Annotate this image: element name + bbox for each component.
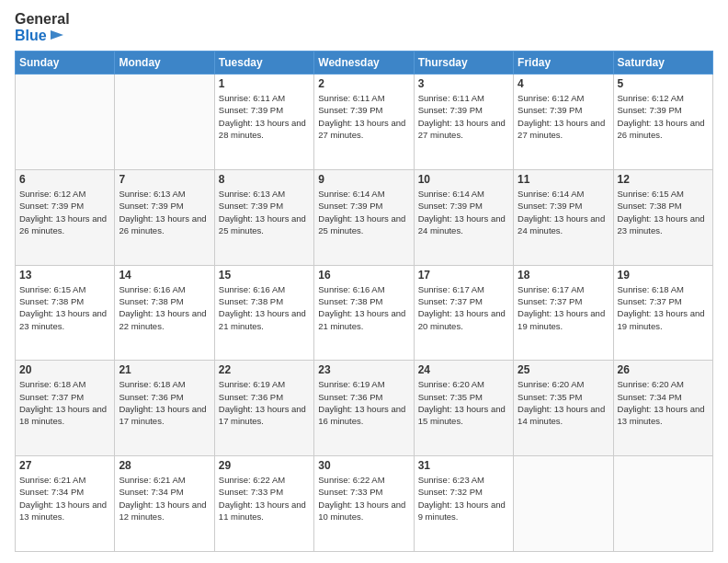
- calendar-cell: [16, 75, 115, 170]
- calendar-cell: 2Sunrise: 6:11 AM Sunset: 7:39 PM Daylig…: [314, 75, 414, 170]
- day-info: Sunrise: 6:16 AM Sunset: 7:38 PM Dayligh…: [318, 283, 409, 332]
- calendar-week-row: 1Sunrise: 6:11 AM Sunset: 7:39 PM Daylig…: [16, 75, 713, 170]
- day-info: Sunrise: 6:17 AM Sunset: 7:37 PM Dayligh…: [418, 283, 509, 332]
- day-number: 18: [518, 269, 609, 282]
- header: General Blue: [15, 11, 713, 43]
- calendar-cell: 29Sunrise: 6:22 AM Sunset: 7:33 PM Dayli…: [214, 456, 313, 552]
- calendar-cell: 19Sunrise: 6:18 AM Sunset: 7:37 PM Dayli…: [613, 265, 712, 361]
- calendar-cell: 21Sunrise: 6:18 AM Sunset: 7:36 PM Dayli…: [115, 361, 214, 456]
- day-info: Sunrise: 6:14 AM Sunset: 7:39 PM Dayligh…: [418, 188, 509, 236]
- day-info: Sunrise: 6:20 AM Sunset: 7:35 PM Dayligh…: [518, 378, 609, 427]
- day-info: Sunrise: 6:18 AM Sunset: 7:37 PM Dayligh…: [618, 283, 709, 332]
- calendar-cell: 22Sunrise: 6:19 AM Sunset: 7:36 PM Dayli…: [214, 361, 313, 456]
- calendar-cell: 15Sunrise: 6:16 AM Sunset: 7:38 PM Dayli…: [214, 265, 313, 361]
- calendar-cell: 20Sunrise: 6:18 AM Sunset: 7:37 PM Dayli…: [16, 361, 115, 456]
- day-number: 29: [219, 459, 310, 472]
- day-info: Sunrise: 6:16 AM Sunset: 7:38 PM Dayligh…: [219, 283, 310, 332]
- day-number: 28: [119, 459, 210, 472]
- calendar-header-row: SundayMondayTuesdayWednesdayThursdayFrid…: [16, 52, 713, 75]
- day-info: Sunrise: 6:11 AM Sunset: 7:39 PM Dayligh…: [318, 92, 409, 141]
- calendar-cell: [115, 75, 214, 170]
- day-info: Sunrise: 6:11 AM Sunset: 7:39 PM Dayligh…: [219, 92, 310, 141]
- calendar-cell: 6Sunrise: 6:12 AM Sunset: 7:39 PM Daylig…: [16, 169, 115, 265]
- calendar-cell: 18Sunrise: 6:17 AM Sunset: 7:37 PM Dayli…: [514, 265, 613, 361]
- day-number: 10: [418, 173, 509, 186]
- day-number: 16: [318, 269, 409, 282]
- day-info: Sunrise: 6:23 AM Sunset: 7:32 PM Dayligh…: [418, 474, 509, 523]
- calendar-week-row: 6Sunrise: 6:12 AM Sunset: 7:39 PM Daylig…: [16, 169, 713, 265]
- calendar-cell: 17Sunrise: 6:17 AM Sunset: 7:37 PM Dayli…: [414, 265, 513, 361]
- logo-blue: Blue: [15, 28, 47, 44]
- calendar-cell: 5Sunrise: 6:12 AM Sunset: 7:39 PM Daylig…: [613, 75, 712, 170]
- calendar-cell: 26Sunrise: 6:20 AM Sunset: 7:34 PM Dayli…: [613, 361, 712, 456]
- day-number: 27: [19, 459, 110, 472]
- day-info: Sunrise: 6:18 AM Sunset: 7:36 PM Dayligh…: [119, 378, 210, 427]
- day-info: Sunrise: 6:14 AM Sunset: 7:39 PM Dayligh…: [318, 188, 409, 236]
- calendar-day-header: Friday: [514, 52, 613, 75]
- calendar-cell: 13Sunrise: 6:15 AM Sunset: 7:38 PM Dayli…: [16, 265, 115, 361]
- day-info: Sunrise: 6:12 AM Sunset: 7:39 PM Dayligh…: [19, 188, 110, 236]
- day-info: Sunrise: 6:18 AM Sunset: 7:37 PM Dayligh…: [19, 378, 110, 427]
- day-info: Sunrise: 6:13 AM Sunset: 7:39 PM Dayligh…: [219, 188, 310, 236]
- calendar-day-header: Wednesday: [314, 52, 414, 75]
- svg-marker-0: [51, 30, 63, 40]
- day-number: 12: [618, 173, 709, 186]
- day-number: 24: [418, 363, 509, 376]
- day-info: Sunrise: 6:19 AM Sunset: 7:36 PM Dayligh…: [318, 378, 409, 427]
- calendar-day-header: Monday: [115, 52, 214, 75]
- calendar-cell: 7Sunrise: 6:13 AM Sunset: 7:39 PM Daylig…: [115, 169, 214, 265]
- calendar-week-row: 20Sunrise: 6:18 AM Sunset: 7:37 PM Dayli…: [16, 361, 713, 456]
- calendar-week-row: 27Sunrise: 6:21 AM Sunset: 7:34 PM Dayli…: [16, 456, 713, 552]
- day-number: 23: [318, 363, 409, 376]
- calendar-cell: 28Sunrise: 6:21 AM Sunset: 7:34 PM Dayli…: [115, 456, 214, 552]
- day-info: Sunrise: 6:19 AM Sunset: 7:36 PM Dayligh…: [219, 378, 310, 427]
- calendar-cell: 4Sunrise: 6:12 AM Sunset: 7:39 PM Daylig…: [514, 75, 613, 170]
- calendar-cell: 10Sunrise: 6:14 AM Sunset: 7:39 PM Dayli…: [414, 169, 513, 265]
- page: General Blue SundayMondayTuesdayWednesda…: [0, 0, 728, 563]
- day-number: 5: [618, 77, 709, 90]
- day-number: 20: [19, 363, 110, 376]
- day-number: 21: [119, 363, 210, 376]
- day-number: 14: [119, 269, 210, 282]
- calendar-cell: 8Sunrise: 6:13 AM Sunset: 7:39 PM Daylig…: [214, 169, 313, 265]
- logo-triangle-icon: [49, 29, 65, 41]
- day-number: 17: [418, 269, 509, 282]
- day-number: 6: [19, 173, 110, 186]
- calendar-cell: 31Sunrise: 6:23 AM Sunset: 7:32 PM Dayli…: [414, 456, 513, 552]
- day-number: 26: [618, 363, 709, 376]
- day-number: 3: [418, 77, 509, 90]
- day-info: Sunrise: 6:12 AM Sunset: 7:39 PM Dayligh…: [518, 92, 609, 141]
- calendar-cell: 12Sunrise: 6:15 AM Sunset: 7:38 PM Dayli…: [613, 169, 712, 265]
- day-number: 19: [618, 269, 709, 282]
- calendar-cell: 24Sunrise: 6:20 AM Sunset: 7:35 PM Dayli…: [414, 361, 513, 456]
- calendar-cell: 14Sunrise: 6:16 AM Sunset: 7:38 PM Dayli…: [115, 265, 214, 361]
- day-info: Sunrise: 6:20 AM Sunset: 7:34 PM Dayligh…: [618, 378, 709, 427]
- calendar-cell: [613, 456, 712, 552]
- day-number: 30: [318, 459, 409, 472]
- calendar-cell: 25Sunrise: 6:20 AM Sunset: 7:35 PM Dayli…: [514, 361, 613, 456]
- day-number: 9: [318, 173, 409, 186]
- calendar-cell: 27Sunrise: 6:21 AM Sunset: 7:34 PM Dayli…: [16, 456, 115, 552]
- day-number: 2: [318, 77, 409, 90]
- calendar-cell: 11Sunrise: 6:14 AM Sunset: 7:39 PM Dayli…: [514, 169, 613, 265]
- calendar-day-header: Saturday: [613, 52, 712, 75]
- calendar-day-header: Thursday: [414, 52, 513, 75]
- day-number: 31: [418, 459, 509, 472]
- day-info: Sunrise: 6:11 AM Sunset: 7:39 PM Dayligh…: [418, 92, 509, 141]
- day-info: Sunrise: 6:14 AM Sunset: 7:39 PM Dayligh…: [518, 188, 609, 236]
- day-info: Sunrise: 6:22 AM Sunset: 7:33 PM Dayligh…: [318, 474, 409, 523]
- calendar-day-header: Sunday: [16, 52, 115, 75]
- calendar-cell: [514, 456, 613, 552]
- day-number: 7: [119, 173, 210, 186]
- day-info: Sunrise: 6:21 AM Sunset: 7:34 PM Dayligh…: [19, 474, 110, 523]
- day-number: 15: [219, 269, 310, 282]
- day-number: 8: [219, 173, 310, 186]
- day-number: 1: [219, 77, 310, 90]
- day-number: 22: [219, 363, 310, 376]
- calendar-cell: 3Sunrise: 6:11 AM Sunset: 7:39 PM Daylig…: [414, 75, 513, 170]
- calendar-cell: 9Sunrise: 6:14 AM Sunset: 7:39 PM Daylig…: [314, 169, 414, 265]
- calendar-cell: 16Sunrise: 6:16 AM Sunset: 7:38 PM Dayli…: [314, 265, 414, 361]
- day-info: Sunrise: 6:21 AM Sunset: 7:34 PM Dayligh…: [119, 474, 210, 523]
- day-info: Sunrise: 6:12 AM Sunset: 7:39 PM Dayligh…: [618, 92, 709, 141]
- day-number: 11: [518, 173, 609, 186]
